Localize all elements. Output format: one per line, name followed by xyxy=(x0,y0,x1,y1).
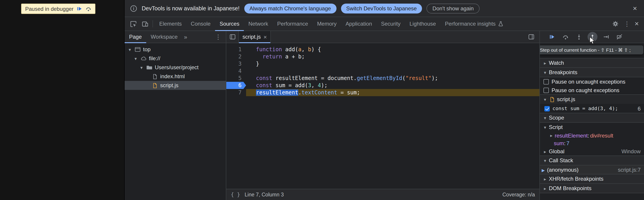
devtools-close-icon[interactable] xyxy=(633,19,641,28)
chevron-down-icon[interactable] xyxy=(139,65,144,70)
toolbar-divider xyxy=(152,20,153,27)
line-content[interactable]: resultElement.textContent = sum; xyxy=(246,89,540,96)
tab-security[interactable]: Security xyxy=(376,17,405,31)
tab-label: Performance xyxy=(277,21,308,27)
notification-message: DevTools is now available in Japanese! xyxy=(142,5,240,11)
switch-devtools-japanese-button[interactable]: Switch DevTools to Japanese xyxy=(341,3,422,13)
pretty-print-icon[interactable] xyxy=(231,192,240,198)
devtools-panes: Page Workspace topfile://Users/user/proj… xyxy=(124,31,644,200)
tree-row-file[interactable]: file:// xyxy=(124,54,226,63)
match-chrome-language-button[interactable]: Always match Chrome's language xyxy=(244,3,336,13)
callstack-section-header[interactable]: Call Stack xyxy=(540,156,644,165)
chevron-down-icon[interactable] xyxy=(127,47,132,52)
watch-section-header[interactable]: Watch xyxy=(540,58,644,68)
step-over-button[interactable] xyxy=(560,32,570,42)
navigator-tab-strip: Page Workspace xyxy=(124,31,226,43)
callstack-frame[interactable]: (anonymous) script.js:7 xyxy=(540,165,644,174)
line-content[interactable]: function add(a, b) { xyxy=(246,46,540,53)
tab-sources[interactable]: Sources xyxy=(215,17,244,31)
navigator-toggle-icon[interactable] xyxy=(226,31,239,43)
device-toolbar-icon[interactable] xyxy=(139,17,151,31)
tab-performance-insights[interactable]: Performance insights xyxy=(440,17,508,31)
variable-name: resultElement xyxy=(555,132,589,139)
line-number[interactable]: 3 xyxy=(226,60,246,67)
tab-network[interactable]: Network xyxy=(244,17,273,31)
code-line-5: 5const resultElement = document.getEleme… xyxy=(226,75,540,82)
line-number[interactable]: 7 xyxy=(226,89,246,96)
deactivate-breakpoints-button[interactable] xyxy=(614,32,624,42)
scope-script-group[interactable]: Script xyxy=(540,123,644,132)
line-number[interactable]: 5 xyxy=(226,75,246,82)
line-content[interactable]: const resultElement = document.getElemen… xyxy=(246,75,540,82)
scope-label: Scope xyxy=(549,115,564,121)
watch-label: Watch xyxy=(549,60,564,66)
main-tab-strip: ElementsConsoleSourcesNetworkPerformance… xyxy=(155,17,508,31)
tab-memory[interactable]: Memory xyxy=(313,17,341,31)
file-tab-script-js[interactable]: script.js xyxy=(239,31,271,43)
pause-uncaught-row[interactable]: Pause on uncaught exceptions xyxy=(540,77,644,86)
xhr-breakpoints-header[interactable]: XHR/fetch Breakpoints xyxy=(540,174,644,184)
pause-uncaught-label: Pause on uncaught exceptions xyxy=(552,78,625,85)
notification-close-icon[interactable] xyxy=(631,4,639,13)
step-into-button[interactable] xyxy=(574,32,584,42)
scope-section-header[interactable]: Scope xyxy=(540,113,644,123)
editor-status-bar: Line 7, Column 3 Coverage: n/a xyxy=(226,189,540,200)
tab-application[interactable]: Application xyxy=(341,17,376,31)
line-number[interactable]: 2 xyxy=(226,53,246,60)
step-over-icon[interactable] xyxy=(86,6,92,12)
chevron-down-icon xyxy=(542,115,548,120)
scope-var-resultelement[interactable]: resultElement div#result xyxy=(540,132,644,139)
line-content[interactable] xyxy=(246,67,540,75)
scope-var-sum[interactable]: sum 7 xyxy=(540,139,644,147)
chevron-down-icon[interactable] xyxy=(133,56,138,61)
more-options-icon[interactable] xyxy=(621,20,633,27)
breakpoint-marker[interactable]: 6 xyxy=(226,82,246,89)
code-token xyxy=(256,53,262,60)
dom-breakpoints-header[interactable]: DOM Breakpoints xyxy=(540,183,644,193)
tab-performance[interactable]: Performance xyxy=(273,17,312,31)
dont-show-again-button[interactable]: Don't show again xyxy=(427,3,480,13)
step-button[interactable] xyxy=(601,32,611,42)
debugger-panel-toggle-icon[interactable] xyxy=(525,31,538,43)
tab-label: Lighthouse xyxy=(410,21,436,27)
tree-row-users-user-project[interactable]: Users/user/project xyxy=(124,63,226,72)
navigator-pane: Page Workspace topfile://Users/user/proj… xyxy=(124,31,226,200)
pause-caught-checkbox[interactable] xyxy=(544,87,549,93)
breakpoint-checkbox[interactable] xyxy=(544,106,550,111)
settings-gear-icon[interactable] xyxy=(609,17,621,31)
breakpoint-file-group[interactable]: script.js xyxy=(540,94,644,104)
pause-uncaught-checkbox[interactable] xyxy=(544,79,549,84)
resume-script-button[interactable] xyxy=(547,32,557,42)
more-tabs-chevron-icon[interactable] xyxy=(182,33,189,40)
scope-global-row[interactable]: Global Window xyxy=(540,147,644,156)
tab-close-icon[interactable] xyxy=(264,33,267,40)
tree-row-top[interactable]: top xyxy=(124,45,226,54)
navigator-tab-page[interactable]: Page xyxy=(124,31,146,43)
pause-caught-label: Pause on caught exceptions xyxy=(552,87,620,93)
pause-caught-row[interactable]: Pause on caught exceptions xyxy=(540,86,644,94)
line-content[interactable]: const sum = add(3, 4); xyxy=(246,82,540,89)
line-content[interactable]: return a + b; xyxy=(246,53,540,60)
resume-script-icon[interactable] xyxy=(77,6,82,12)
tree-row-script-js[interactable]: script.js xyxy=(124,81,226,90)
line-content[interactable]: } xyxy=(246,60,540,67)
line-number[interactable]: 1 xyxy=(226,46,246,53)
code-token: ( xyxy=(402,75,405,81)
tab-lighthouse[interactable]: Lighthouse xyxy=(405,17,440,31)
code-editor[interactable]: 1function add(a, b) {2 return a + b;3}45… xyxy=(226,43,540,189)
variable-name: sum xyxy=(554,140,566,146)
step-out-button[interactable] xyxy=(588,32,598,42)
tab-elements[interactable]: Elements xyxy=(155,17,186,31)
breakpoint-entry[interactable]: const sum = add(3, 4); 6 xyxy=(540,104,644,113)
tree-row-index-html[interactable]: index.html xyxy=(124,72,226,81)
navigator-menu-icon[interactable] xyxy=(212,33,224,40)
navigator-tab-workspace[interactable]: Workspace xyxy=(146,31,182,43)
tab-label: Memory xyxy=(317,21,337,27)
code-token: sum = add( xyxy=(272,82,308,89)
line-number[interactable]: 4 xyxy=(226,67,246,75)
info-icon xyxy=(130,5,137,12)
inspect-element-icon[interactable] xyxy=(127,17,139,31)
breakpoints-section-header[interactable]: Breakpoints xyxy=(540,67,644,77)
variable-value: div#result xyxy=(590,132,613,139)
tab-console[interactable]: Console xyxy=(186,17,215,31)
